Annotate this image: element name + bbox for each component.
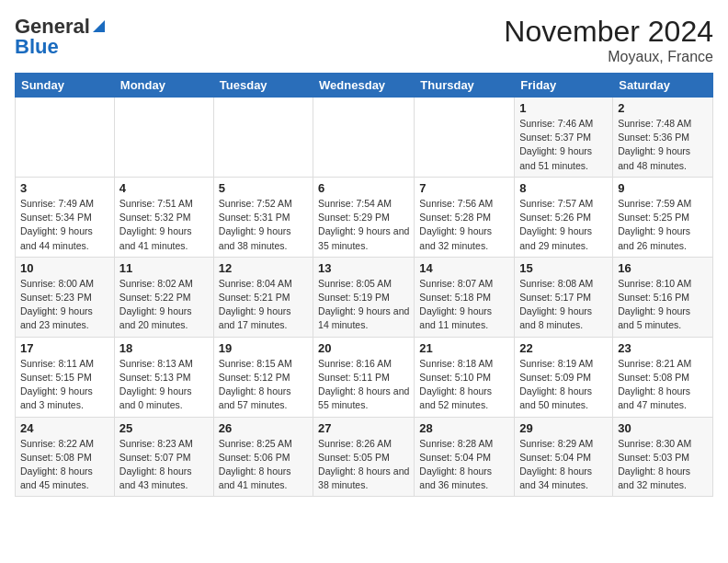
day-number: 23 [618, 341, 708, 355]
calendar-cell [415, 98, 515, 178]
day-info: Sunrise: 7:51 AMSunset: 5:32 PMDaylight:… [119, 197, 209, 253]
day-number: 17 [20, 341, 109, 355]
day-number: 3 [20, 181, 109, 195]
day-info-line: Daylight: 9 hours and 29 minutes. [519, 225, 592, 250]
day-number: 22 [519, 341, 608, 355]
header-sunday: Sunday [16, 74, 115, 98]
day-number: 24 [20, 421, 109, 435]
day-info-line: Sunrise: 8:02 AM [119, 278, 193, 289]
calendar-cell [213, 98, 313, 178]
day-info: Sunrise: 8:16 AMSunset: 5:11 PMDaylight:… [318, 357, 409, 413]
header-thursday: Thursday [415, 74, 515, 98]
day-info-line: Sunrise: 8:08 AM [519, 278, 593, 289]
day-info-line: Sunset: 5:06 PM [219, 452, 290, 463]
calendar-cell: 30Sunrise: 8:30 AMSunset: 5:03 PMDayligh… [613, 417, 713, 497]
calendar-cell: 4Sunrise: 7:51 AMSunset: 5:32 PMDaylight… [114, 177, 213, 257]
day-info: Sunrise: 8:11 AMSunset: 5:15 PMDaylight:… [20, 357, 109, 413]
day-info-line: Sunset: 5:16 PM [618, 292, 689, 303]
day-info: Sunrise: 7:59 AMSunset: 5:25 PMDaylight:… [618, 197, 708, 253]
day-info-line: Sunset: 5:21 PM [219, 292, 290, 303]
day-info-line: Daylight: 9 hours and 5 minutes. [618, 305, 690, 330]
day-info-line: Daylight: 9 hours and 32 minutes. [419, 225, 492, 250]
day-info-line: Daylight: 8 hours and 47 minutes. [618, 385, 690, 410]
day-info-line: Sunrise: 8:05 AM [318, 278, 392, 289]
calendar-cell: 23Sunrise: 8:21 AMSunset: 5:08 PMDayligh… [613, 337, 713, 417]
day-info-line: Sunrise: 8:00 AM [20, 278, 94, 289]
calendar-cell: 27Sunrise: 8:26 AMSunset: 5:05 PMDayligh… [313, 417, 415, 497]
day-number: 8 [519, 181, 608, 195]
day-info-line: Sunset: 5:10 PM [419, 372, 491, 383]
day-info-line: Sunrise: 7:56 AM [419, 198, 493, 209]
day-info-line: Daylight: 8 hours and 57 minutes. [219, 385, 291, 410]
day-info-line: Sunrise: 8:29 AM [519, 438, 593, 449]
calendar-cell: 17Sunrise: 8:11 AMSunset: 5:15 PMDayligh… [16, 337, 115, 417]
day-info: Sunrise: 8:07 AMSunset: 5:18 PMDaylight:… [419, 277, 509, 333]
calendar-cell [313, 98, 415, 178]
day-info: Sunrise: 7:56 AMSunset: 5:28 PMDaylight:… [419, 197, 509, 253]
day-info-line: Daylight: 9 hours and 14 minutes. [318, 305, 409, 330]
header-monday: Monday [114, 74, 213, 98]
day-info-line: Daylight: 8 hours and 41 minutes. [219, 465, 291, 490]
day-info-line: Sunset: 5:37 PM [519, 132, 591, 143]
day-info-line: Sunset: 5:11 PM [318, 372, 390, 383]
calendar-cell: 24Sunrise: 8:22 AMSunset: 5:08 PMDayligh… [16, 417, 115, 497]
day-info-line: Daylight: 9 hours and 26 minutes. [618, 225, 690, 250]
day-info: Sunrise: 8:02 AMSunset: 5:22 PMDaylight:… [119, 277, 209, 333]
day-info-line: Daylight: 8 hours and 55 minutes. [318, 385, 409, 410]
day-info: Sunrise: 7:57 AMSunset: 5:26 PMDaylight:… [519, 197, 608, 253]
day-number: 21 [419, 341, 509, 355]
day-info-line: Sunrise: 8:16 AM [318, 358, 392, 369]
calendar-cell: 5Sunrise: 7:52 AMSunset: 5:31 PMDaylight… [213, 177, 313, 257]
calendar-cell: 11Sunrise: 8:02 AMSunset: 5:22 PMDayligh… [114, 257, 213, 337]
day-number: 20 [318, 341, 409, 355]
day-number: 19 [219, 341, 308, 355]
day-info-line: Daylight: 8 hours and 32 minutes. [618, 465, 690, 490]
day-info-line: Sunset: 5:31 PM [219, 212, 290, 223]
calendar-table: SundayMondayTuesdayWednesdayThursdayFrid… [15, 73, 713, 497]
calendar-cell: 12Sunrise: 8:04 AMSunset: 5:21 PMDayligh… [213, 257, 313, 337]
calendar-cell: 18Sunrise: 8:13 AMSunset: 5:13 PMDayligh… [114, 337, 213, 417]
day-number: 4 [119, 181, 209, 195]
day-info-line: Sunset: 5:04 PM [519, 452, 591, 463]
day-info: Sunrise: 7:54 AMSunset: 5:29 PMDaylight:… [318, 197, 409, 253]
day-info-line: Sunset: 5:07 PM [119, 452, 191, 463]
day-info: Sunrise: 8:00 AMSunset: 5:23 PMDaylight:… [20, 277, 109, 333]
day-info: Sunrise: 7:52 AMSunset: 5:31 PMDaylight:… [219, 197, 308, 253]
day-info-line: Daylight: 9 hours and 3 minutes. [20, 385, 93, 410]
day-info-line: Sunset: 5:23 PM [20, 292, 92, 303]
day-info-line: Sunset: 5:34 PM [20, 212, 92, 223]
day-info-line: Sunrise: 8:07 AM [419, 278, 493, 289]
day-info-line: Sunset: 5:18 PM [419, 292, 491, 303]
day-info-line: Sunrise: 8:30 AM [618, 438, 691, 449]
day-number: 12 [219, 261, 308, 275]
month-title: November 2024 [504, 15, 713, 49]
calendar-week-5: 24Sunrise: 8:22 AMSunset: 5:08 PMDayligh… [16, 417, 713, 497]
day-number: 15 [519, 261, 608, 275]
calendar-cell: 8Sunrise: 7:57 AMSunset: 5:26 PMDaylight… [515, 177, 613, 257]
logo: General Blue [15, 15, 105, 59]
day-info-line: Sunrise: 7:57 AM [519, 198, 593, 209]
day-number: 29 [519, 421, 608, 435]
day-info: Sunrise: 8:18 AMSunset: 5:10 PMDaylight:… [419, 357, 509, 413]
day-info-line: Sunrise: 8:25 AM [219, 438, 292, 449]
day-info-line: Sunset: 5:25 PM [618, 212, 689, 223]
day-info-line: Sunrise: 7:54 AM [318, 198, 392, 209]
day-info-line: Sunset: 5:36 PM [618, 132, 689, 143]
day-info: Sunrise: 8:10 AMSunset: 5:16 PMDaylight:… [618, 277, 708, 333]
day-number: 16 [618, 261, 708, 275]
day-number: 28 [419, 421, 509, 435]
header-saturday: Saturday [613, 74, 713, 98]
day-info-line: Daylight: 9 hours and 17 minutes. [219, 305, 291, 330]
day-info-line: Sunrise: 8:15 AM [219, 358, 292, 369]
day-info-line: Sunset: 5:08 PM [618, 372, 689, 383]
day-info-line: Sunrise: 7:59 AM [618, 198, 691, 209]
day-info-line: Sunset: 5:13 PM [119, 372, 191, 383]
calendar-header-row: SundayMondayTuesdayWednesdayThursdayFrid… [16, 74, 713, 98]
day-info-line: Daylight: 8 hours and 36 minutes. [419, 465, 492, 490]
day-number: 13 [318, 261, 409, 275]
day-info: Sunrise: 8:26 AMSunset: 5:05 PMDaylight:… [318, 437, 409, 493]
day-info-line: Daylight: 8 hours and 50 minutes. [519, 385, 592, 410]
day-info-line: Daylight: 9 hours and 41 minutes. [119, 225, 192, 250]
title-block: November 2024 Moyaux, France [504, 15, 713, 65]
day-info-line: Sunset: 5:15 PM [20, 372, 92, 383]
